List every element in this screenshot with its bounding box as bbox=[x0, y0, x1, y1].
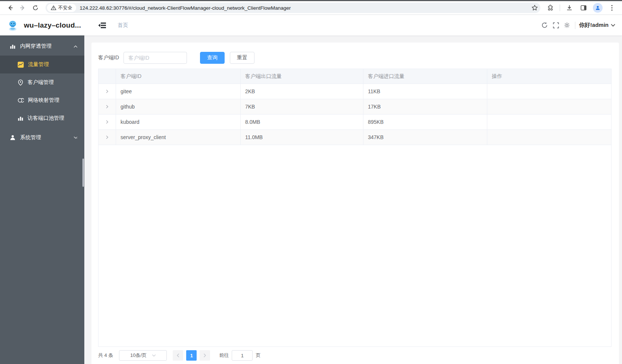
trend-line-square-icon bbox=[18, 62, 24, 68]
reset-button[interactable]: 重置 bbox=[230, 52, 254, 64]
table-header-outbound: 客户端出口流量 bbox=[241, 69, 363, 84]
chevron-down-icon bbox=[611, 24, 615, 27]
refresh-page-button[interactable] bbox=[539, 20, 550, 31]
breadcrumb[interactable]: 首页 bbox=[118, 22, 128, 29]
pagination-bar: 共 4 条 10条/页 1 前 bbox=[98, 347, 612, 364]
chevron-down-icon bbox=[74, 136, 78, 139]
cell-client-id: gitee bbox=[116, 84, 241, 99]
sidebar-item-flow-management[interactable]: 流量管理 bbox=[0, 56, 84, 73]
forward-button[interactable] bbox=[16, 2, 29, 13]
table-header-actions: 操作 bbox=[487, 69, 612, 84]
fullscreen-button[interactable] bbox=[550, 20, 562, 31]
sidebar-scrollbar-thumb[interactable] bbox=[82, 159, 84, 187]
three-dot-menu-icon bbox=[611, 5, 613, 11]
cell-actions bbox=[487, 130, 612, 145]
cell-client-id: server_proxy_client bbox=[116, 130, 241, 145]
profile-avatar-icon bbox=[593, 3, 603, 13]
reload-icon bbox=[32, 4, 39, 11]
sidebar-collapse-button[interactable] bbox=[97, 21, 107, 30]
table-empty-area bbox=[98, 145, 612, 346]
client-id-input[interactable] bbox=[124, 52, 187, 64]
expand-row-icon[interactable] bbox=[105, 89, 109, 94]
user-menu[interactable]: 你好!admin bbox=[579, 22, 615, 29]
side-panel-button[interactable] bbox=[577, 2, 590, 13]
table-header-client-id: 客户端ID bbox=[116, 69, 241, 84]
table-row: kuboard 8.0MB 895KB bbox=[98, 114, 612, 130]
cell-outbound: 8.0MB bbox=[241, 114, 363, 129]
omnibox[interactable]: 不安全 124.222.48.62:30776/#/cloud_network-… bbox=[46, 3, 540, 13]
table-row: gitee 2KB 11KB bbox=[98, 84, 612, 99]
back-arrow-icon bbox=[7, 4, 13, 11]
cell-actions bbox=[487, 84, 612, 99]
sidebar-group-tunnel-management[interactable]: 内网穿透管理 bbox=[0, 37, 84, 56]
security-chip[interactable]: 不安全 bbox=[47, 4, 76, 12]
page-size-select[interactable]: 10条/页 bbox=[119, 350, 167, 361]
header-separator bbox=[575, 22, 575, 29]
refresh-icon bbox=[541, 22, 548, 29]
chrome-menu-button[interactable] bbox=[606, 2, 618, 13]
fullscreen-brackets-icon bbox=[553, 22, 559, 28]
expand-row-icon[interactable] bbox=[105, 104, 109, 109]
prev-page-button[interactable] bbox=[173, 350, 183, 361]
cell-inbound: 11KB bbox=[363, 84, 487, 99]
table-header-inbound: 客户端进口流量 bbox=[363, 69, 487, 84]
sidebar-group-label: 内网穿透管理 bbox=[20, 43, 74, 50]
puzzle-piece-icon bbox=[547, 4, 554, 11]
reload-button[interactable] bbox=[29, 2, 42, 13]
browser-toolbar: 不安全 124.222.48.62:30776/#/cloud_network-… bbox=[0, 1, 622, 15]
table-row: server_proxy_client 11.0MB 347KB bbox=[98, 130, 612, 145]
chevron-up-icon bbox=[74, 45, 78, 48]
url-text[interactable]: 124.222.48.62:30776/#/cloud_network-Clie… bbox=[80, 5, 532, 11]
bookmark-star-icon[interactable] bbox=[531, 4, 538, 11]
page-unit-label: 页 bbox=[256, 352, 260, 359]
sidebar-group-system-management[interactable]: 系统管理 bbox=[0, 127, 84, 148]
chevron-right-icon bbox=[203, 353, 207, 358]
sidebar-item-visitor-port-pool-management[interactable]: 访客端口池管理 bbox=[0, 109, 84, 127]
goto-label: 前往 bbox=[219, 352, 229, 359]
bar-chart-icon bbox=[10, 43, 16, 49]
client-flow-table: 客户端ID 客户端出口流量 客户端进口流量 操作 gitee 2KB 11KB … bbox=[98, 69, 612, 347]
cell-outbound: 11.0MB bbox=[241, 130, 363, 145]
cell-client-id: kuboard bbox=[116, 114, 241, 129]
theme-button[interactable] bbox=[562, 20, 573, 31]
page-size-value: 10条/页 bbox=[130, 352, 147, 359]
table-header-expand bbox=[98, 69, 116, 84]
table-row: github 7KB 17KB bbox=[98, 99, 612, 114]
chevron-left-icon bbox=[176, 353, 180, 358]
back-button[interactable] bbox=[4, 2, 16, 13]
location-pin-icon bbox=[18, 79, 24, 86]
sidebar-item-label: 客户端管理 bbox=[28, 79, 54, 86]
greeting-text: 你好!admin bbox=[579, 22, 609, 29]
expand-row-icon[interactable] bbox=[105, 120, 109, 124]
downloads-button[interactable] bbox=[563, 2, 576, 13]
client-id-label: 客户端ID bbox=[98, 54, 119, 61]
goto-page-input[interactable] bbox=[232, 350, 253, 361]
app-logo bbox=[6, 19, 19, 32]
cell-outbound: 2KB bbox=[241, 84, 363, 99]
sidebar-item-network-mapping-management[interactable]: 网络映射管理 bbox=[0, 91, 84, 109]
security-label: 不安全 bbox=[58, 5, 72, 11]
cell-client-id: github bbox=[116, 99, 241, 114]
page-number-1[interactable]: 1 bbox=[186, 350, 197, 361]
cell-outbound: 7KB bbox=[241, 99, 363, 114]
browser-actions bbox=[544, 2, 618, 13]
app-title: wu–lazy–cloud... bbox=[24, 21, 81, 29]
sidebar-item-client-management[interactable]: 客户端管理 bbox=[0, 73, 84, 91]
next-page-button[interactable] bbox=[200, 350, 210, 361]
sidebar-item-label: 流量管理 bbox=[28, 61, 49, 68]
cell-inbound: 347KB bbox=[363, 130, 487, 145]
extensions-button[interactable] bbox=[544, 2, 557, 13]
profile-button[interactable] bbox=[591, 2, 604, 13]
sun-icon bbox=[564, 22, 570, 28]
cell-actions bbox=[487, 99, 612, 114]
cell-actions bbox=[487, 114, 612, 129]
expand-row-icon[interactable] bbox=[105, 135, 109, 139]
search-button[interactable]: 查询 bbox=[200, 52, 225, 64]
person-icon bbox=[10, 135, 16, 141]
sidebar-item-label: 网络映射管理 bbox=[28, 97, 59, 104]
main-content: 客户端ID 查询 重置 客户端ID 客户端出口流量 客户端进口流量 操作 git… bbox=[84, 35, 622, 364]
toolbar-separator bbox=[560, 4, 560, 11]
linked-circles-icon bbox=[18, 97, 24, 103]
sidebar-item-label: 访客端口池管理 bbox=[28, 115, 64, 122]
content-card: 客户端ID 查询 重置 客户端ID 客户端出口流量 客户端进口流量 操作 git… bbox=[91, 43, 619, 364]
